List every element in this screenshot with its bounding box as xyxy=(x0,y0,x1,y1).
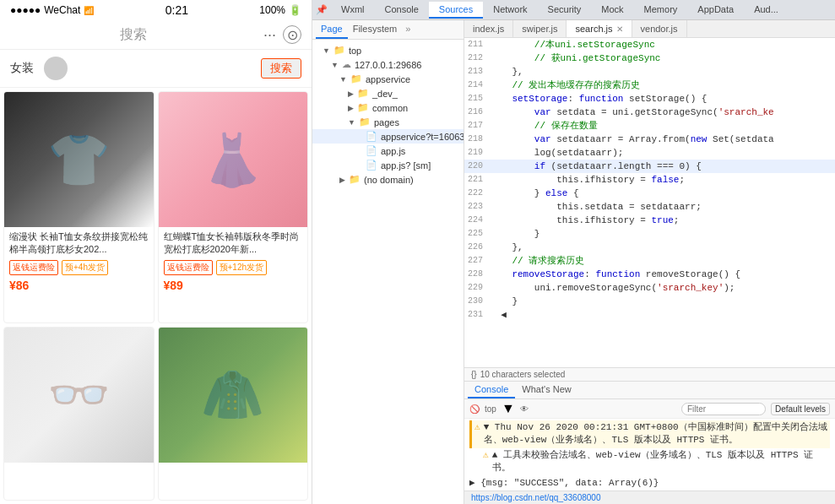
clear-console-button[interactable]: 🚫 xyxy=(469,404,480,414)
console-filter-input[interactable] xyxy=(681,403,766,415)
line-content: // 获uni.getStorageSync xyxy=(490,51,835,65)
console-tabs: Console What's New xyxy=(464,382,835,399)
line-content: this.ifhistory = true; xyxy=(490,214,835,227)
code-line-217: 217 // 保存在数量 xyxy=(464,119,835,133)
battery-label: 100% xyxy=(259,4,285,16)
line-content: }, xyxy=(490,65,835,79)
warning-icon-sub: ⚠ xyxy=(483,449,489,462)
list-item[interactable]: 👕 缩漫状 长袖T恤女条纹拼接宽松纯棉半高领打底杉女202... 返钱运费险 预… xyxy=(3,91,155,323)
editor-tab-label-searchjs: search.js xyxy=(575,24,612,34)
editor-tab-swiperjs[interactable]: swiper.js xyxy=(513,20,567,37)
tab-page[interactable]: Page xyxy=(316,20,348,39)
list-item[interactable]: 👗 红蝴蝶T恤女长袖韩版秋冬季时尚宽松打底杉2020年新... 返钱运费险 预+… xyxy=(158,91,309,323)
line-num: 219 xyxy=(464,146,490,160)
console-level-selector[interactable]: Default levels xyxy=(771,403,830,415)
line-num: 213 xyxy=(464,65,490,79)
code-line-223: 223 this.setdata = setdataarr; xyxy=(464,200,835,214)
search-button[interactable]: 搜索 xyxy=(261,58,301,79)
tree-label-pages: pages xyxy=(374,117,399,127)
line-num: 215 xyxy=(464,92,490,106)
tag-delivery: 预+12h发货 xyxy=(216,260,268,275)
product-image: 👓 xyxy=(4,328,154,463)
clock: 0:21 xyxy=(165,3,188,17)
editor-tab-vendorjs[interactable]: vendor.js xyxy=(632,20,687,37)
tab-security[interactable]: Security xyxy=(538,2,592,19)
console-warn-sub-text: ▲ 工具未校验合法域名、web-view（业务域名）、TLS 版本以及 HTTP… xyxy=(492,449,830,475)
dots-menu-icon[interactable]: ··· xyxy=(263,26,276,44)
line-num: 220 xyxy=(464,160,490,173)
code-line-227: 227 // 请求搜索历史 xyxy=(464,254,835,268)
status-braces: {} xyxy=(471,370,477,379)
file-icon-appjs: 📄 xyxy=(366,145,377,156)
folder-icon-top: 📁 xyxy=(333,45,345,56)
tag-shipping: 返钱运费险 xyxy=(164,260,213,275)
tree-item-appservice-file[interactable]: ▶ 📄 appservice?t=1606321727824 xyxy=(312,129,464,144)
tab-filesystem[interactable]: Filesystem xyxy=(348,20,403,39)
code-line-229: 229 uni.removeStorageSync('srarch_key'); xyxy=(464,281,835,295)
tab-mock[interactable]: Mock xyxy=(591,2,633,19)
tree-item-nodomain[interactable]: ▶ 📁 (no domain) xyxy=(312,172,464,187)
tab-appdata[interactable]: AppData xyxy=(687,2,744,19)
tree-item-pages[interactable]: ▼ 📁 pages xyxy=(312,115,464,129)
tab-sources[interactable]: Sources xyxy=(429,2,483,19)
line-num: 227 xyxy=(464,254,490,268)
code-line-226: 226 }, xyxy=(464,241,835,254)
tree-label-appjs: app.js xyxy=(381,146,405,156)
editor-tabs: index.js swiper.js search.js ✕ vendor.js xyxy=(464,20,835,38)
camera-icon[interactable]: ⊙ xyxy=(283,25,301,44)
tree-item-top[interactable]: ▼ 📁 top xyxy=(312,43,464,57)
tree-item-dev[interactable]: ▶ 📁 _dev_ xyxy=(312,86,464,100)
product-info: 缩漫状 长袖T恤女条纹拼接宽松纯棉半高领打底杉女202... 返钱运费险 预+4… xyxy=(4,227,154,295)
tree-item-localhost[interactable]: ▼ ☁ 127.0.0.1:29686 xyxy=(312,57,464,72)
tree-item-appservice[interactable]: ▼ 📁 appservice xyxy=(312,72,464,86)
line-content: ◀ xyxy=(490,308,835,322)
line-content: // 请求搜索历史 xyxy=(490,254,835,268)
list-item[interactable]: 👓 xyxy=(3,327,155,501)
list-item[interactable]: 🧥 xyxy=(158,327,309,501)
tree-item-appjs-sm[interactable]: ▶ 📄 app.js? [sm] xyxy=(312,158,464,172)
line-num: 211 xyxy=(464,38,490,51)
folder-icon-appservice: 📁 xyxy=(350,73,362,84)
code-line-219: 219 log(setdataarr); xyxy=(464,146,835,160)
editor-tab-searchjs[interactable]: search.js ✕ xyxy=(567,20,632,37)
eye-icon[interactable]: 👁 xyxy=(520,404,529,414)
editor-tab-label-indexjs: index.js xyxy=(473,24,504,34)
console-context-selector[interactable]: top xyxy=(485,404,496,414)
code-editor: index.js swiper.js search.js ✕ vendor.js… xyxy=(464,20,835,504)
console-warn-text: ▼ Thu Nov 26 2020 00:21:31 GMT+0800（中国标准… xyxy=(484,421,830,447)
code-line-211: 211 //本uni.setStorageSync xyxy=(464,38,835,51)
code-line-214: 214 // 发出本地缓存存的搜索历史 xyxy=(464,79,835,92)
line-num: 224 xyxy=(464,214,490,227)
tree-label-top: top xyxy=(349,46,361,56)
line-num: 221 xyxy=(464,173,490,187)
line-num: 231 xyxy=(464,308,490,322)
line-num: 223 xyxy=(464,200,490,214)
context-dropdown-icon: ▼ xyxy=(502,401,515,416)
tab-wxml[interactable]: Wxml xyxy=(331,2,375,19)
tab-aud[interactable]: Aud... xyxy=(744,2,789,19)
tab-more[interactable]: » xyxy=(402,20,414,39)
tab-console-bottom[interactable]: Console xyxy=(468,382,515,398)
close-icon-searchjs[interactable]: ✕ xyxy=(616,24,623,34)
tree-arrow-nodomain: ▶ xyxy=(339,176,345,184)
line-content: uni.removeStorageSync('srarch_key'); xyxy=(490,281,835,295)
tab-network[interactable]: Network xyxy=(483,2,537,19)
code-line-221: 221 this.ifhistory = false; xyxy=(464,173,835,187)
tab-memory[interactable]: Memory xyxy=(634,2,688,19)
cloud-icon: ☁ xyxy=(342,59,351,70)
tab-console[interactable]: Console xyxy=(375,2,429,19)
editor-tab-indexjs[interactable]: index.js xyxy=(464,20,513,37)
product-info xyxy=(159,463,308,473)
tree-item-common[interactable]: ▶ 📁 common xyxy=(312,100,464,115)
product-grid: 👕 缩漫状 长袖T恤女条纹拼接宽松纯棉半高领打底杉女202... 返钱运费险 预… xyxy=(0,88,312,504)
code-line-224: 224 this.ifhistory = true; xyxy=(464,214,835,227)
signal-dots: ●●●●● xyxy=(10,4,41,16)
line-num: 214 xyxy=(464,79,490,92)
code-line-218: 218 var setdataarr = Array.from(new Set(… xyxy=(464,133,835,146)
line-num: 212 xyxy=(464,51,490,65)
pin-icon[interactable]: 📌 xyxy=(312,4,331,15)
tree-item-appjs[interactable]: ▶ 📄 app.js xyxy=(312,144,464,158)
tab-whats-new[interactable]: What's New xyxy=(515,382,577,398)
devtools-topbar: 📌 Wxml Console Sources Network Security … xyxy=(312,0,835,20)
line-num: 217 xyxy=(464,119,490,133)
